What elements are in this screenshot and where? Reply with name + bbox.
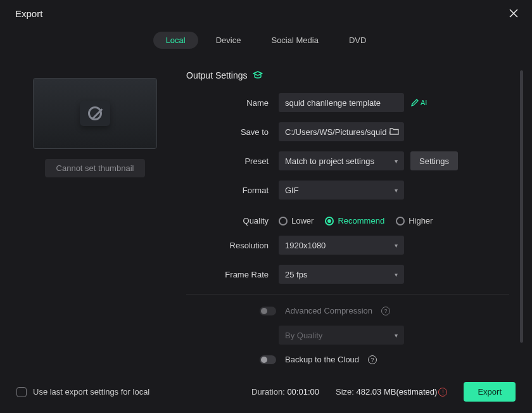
row-format: Format GIF ▾ [186, 181, 509, 200]
label-name: Name [186, 98, 279, 108]
size-label: Size: [336, 387, 354, 397]
ai-rename-button[interactable]: AI [410, 98, 427, 107]
name-input[interactable] [279, 93, 404, 112]
tab-bar: Local Device Social Media DVD [0, 27, 532, 58]
quality-lower-label: Lower [291, 216, 314, 226]
help-icon[interactable]: ? [368, 355, 377, 364]
quality-radio-group: Lower Recommend Higher [279, 216, 433, 226]
frame-rate-value: 25 fps [285, 270, 307, 279]
row-preset: Preset Match to project settings ▾ Setti… [186, 151, 509, 170]
scrollbar[interactable] [520, 70, 523, 343]
row-frame-rate: Frame Rate 25 fps ▾ [186, 265, 509, 284]
format-value: GIF [285, 186, 299, 195]
warning-icon[interactable]: ! [438, 388, 447, 397]
tab-dvd[interactable]: DVD [336, 32, 379, 49]
chevron-down-icon: ▾ [395, 158, 398, 165]
label-resolution: Resolution [186, 241, 279, 250]
thumbnail-panel: Cannot set thumbnail [16, 64, 174, 373]
tab-local[interactable]: Local [153, 32, 198, 49]
export-button[interactable]: Export [464, 382, 516, 402]
format-select[interactable]: GIF ▾ [279, 181, 404, 200]
folder-icon[interactable] [390, 127, 399, 137]
advanced-compression-label: Advanced Compression [285, 306, 372, 315]
dialog-title: Export [15, 8, 42, 19]
backup-cloud-toggle[interactable] [260, 355, 276, 364]
preset-settings-button[interactable]: Settings [410, 151, 458, 170]
footer-right: Duration: 00:01:00 Size: 482.03 MB(estim… [251, 382, 516, 402]
titlebar: Export [0, 0, 532, 27]
advanced-compression-toggle [260, 307, 276, 315]
thumbnail-placeholder [80, 101, 110, 126]
row-quality: Quality Lower Recommend Higher [186, 216, 509, 226]
quality-lower[interactable]: Lower [279, 216, 314, 226]
preset-value: Match to project settings [285, 156, 374, 166]
footer-left: Use last export settings for local [16, 387, 149, 397]
chevron-down-icon: ▾ [395, 242, 398, 249]
tab-device[interactable]: Device [203, 32, 254, 49]
adv-comp-mode-select: By Quality ▾ [279, 326, 404, 345]
row-adv-comp-mode: By Quality ▾ [186, 326, 509, 345]
section-title: Output Settings [186, 70, 248, 80]
row-advanced-compression: Advanced Compression ? [260, 306, 509, 315]
pencil-icon [410, 98, 419, 107]
chevron-down-icon: ▾ [395, 187, 398, 194]
resolution-value: 1920x1080 [285, 241, 326, 250]
row-name: Name AI [186, 93, 509, 112]
use-last-settings-checkbox[interactable] [16, 387, 27, 397]
export-dialog: Export Local Device Social Media DVD Can… [0, 0, 532, 413]
preset-select[interactable]: Match to project settings ▾ [279, 151, 404, 170]
help-icon[interactable]: ? [381, 307, 390, 315]
backup-cloud-label: Backup to the Cloud [285, 355, 359, 364]
use-last-settings-label: Use last export settings for local [33, 387, 149, 397]
chevron-down-icon: ▾ [395, 332, 398, 339]
output-settings-panel: Output Settings Name AI Save to [174, 64, 514, 373]
label-frame-rate: Frame Rate [186, 270, 279, 279]
quality-higher[interactable]: Higher [396, 216, 433, 226]
label-quality: Quality [186, 216, 279, 226]
section-header: Output Settings [186, 70, 509, 80]
resolution-select[interactable]: 1920x1080 ▾ [279, 236, 404, 255]
frame-rate-select[interactable]: 25 fps ▾ [279, 265, 404, 284]
duration-value: 00:01:00 [287, 387, 319, 397]
divider [186, 294, 509, 295]
quality-recommend[interactable]: Recommend [325, 216, 384, 226]
label-preset: Preset [186, 156, 279, 166]
chevron-down-icon: ▾ [395, 271, 398, 278]
adv-comp-mode-value: By Quality [285, 331, 322, 340]
thumbnail-preview [33, 78, 157, 149]
close-icon [509, 9, 518, 18]
close-button[interactable] [507, 6, 521, 20]
row-save-to: Save to C:/Users/WS/Pictures/squid g [186, 122, 509, 141]
row-resolution: Resolution 1920x1080 ▾ [186, 236, 509, 255]
label-format: Format [186, 186, 279, 195]
quality-higher-label: Higher [408, 216, 433, 226]
label-save-to: Save to [186, 127, 279, 137]
save-path-text: C:/Users/WS/Pictures/squid g [285, 127, 390, 137]
footer: Use last export settings for local Durat… [0, 373, 532, 413]
set-thumbnail-button: Cannot set thumbnail [45, 159, 146, 177]
tab-social-media[interactable]: Social Media [258, 32, 331, 49]
duration-label: Duration: [251, 387, 285, 397]
ai-suffix: AI [421, 99, 427, 106]
size-meta: Size: 482.03 MB(estimated)! [336, 387, 447, 397]
save-path-field[interactable]: C:/Users/WS/Pictures/squid g [279, 122, 404, 141]
quality-recommend-label: Recommend [338, 216, 384, 226]
dialog-body: Cannot set thumbnail Output Settings Nam… [0, 58, 532, 373]
graduation-cap-icon[interactable] [253, 70, 263, 80]
size-value: 482.03 MB(estimated) [357, 387, 438, 397]
duration-meta: Duration: 00:01:00 [251, 387, 319, 397]
no-entry-icon [88, 106, 102, 120]
row-backup-cloud: Backup to the Cloud ? [260, 355, 509, 364]
